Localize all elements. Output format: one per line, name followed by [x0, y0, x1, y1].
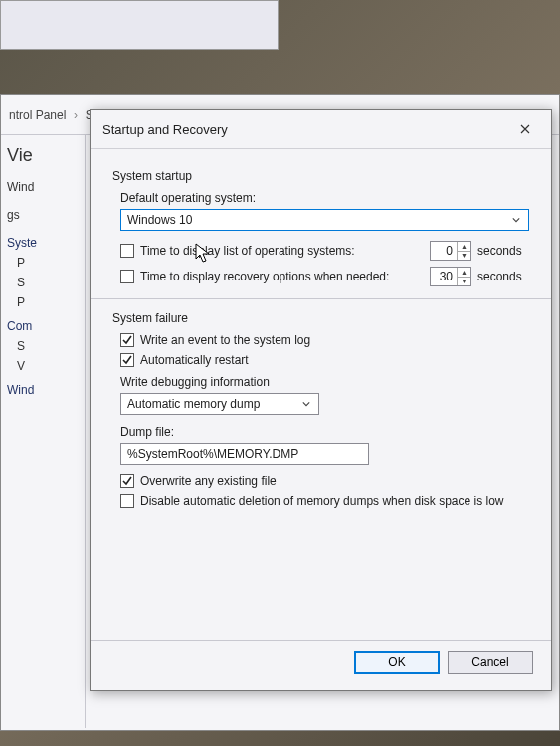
section-header: Syste [7, 236, 79, 250]
dialog-button-row: OK Cancel [91, 640, 551, 690]
section-item[interactable]: P [17, 295, 69, 309]
display-recovery-checkbox[interactable] [120, 270, 134, 283]
overwrite-checkbox[interactable] [120, 474, 134, 488]
chevron-down-icon [298, 396, 314, 412]
overwrite-label: Overwrite any existing file [140, 474, 529, 488]
seconds-label: seconds [477, 270, 529, 283]
background-window-fragment [0, 0, 279, 50]
debug-info-dropdown[interactable]: Automatic memory dump [120, 393, 319, 415]
default-os-label: Default operating system: [120, 191, 529, 205]
section-item[interactable]: S [17, 339, 69, 353]
section-item[interactable]: P [17, 256, 69, 270]
control-panel-sidebar: Vie Wind gs Syste P S P Com S V Wind [1, 135, 86, 728]
dialog-title: Startup and Recovery [102, 122, 228, 137]
sidebar-item[interactable]: Wind [7, 180, 79, 194]
display-recovery-seconds-spinner[interactable]: 30 ▲ ▼ [430, 267, 471, 286]
section-item[interactable]: V [17, 359, 69, 373]
startup-and-recovery-dialog: Startup and Recovery System startup Defa… [90, 109, 552, 691]
write-event-checkbox[interactable] [120, 333, 134, 347]
close-icon [520, 124, 530, 134]
display-list-value: 0 [431, 242, 457, 260]
close-button[interactable] [511, 118, 539, 140]
section-item[interactable]: S [17, 276, 69, 289]
write-debug-label: Write debugging information [120, 375, 529, 389]
spinner-up-icon[interactable]: ▲ [458, 268, 470, 278]
spinner-down-icon[interactable]: ▼ [458, 278, 470, 286]
ok-button-label: OK [388, 655, 405, 669]
page-title: Vie [7, 145, 79, 166]
dump-file-input[interactable]: %SystemRoot%\MEMORY.DMP [120, 443, 369, 465]
cancel-button-label: Cancel [471, 655, 508, 669]
disable-auto-delete-label: Disable automatic deletion of memory dum… [140, 494, 529, 508]
display-list-seconds-spinner[interactable]: 0 ▲ ▼ [430, 241, 471, 261]
dialog-titlebar[interactable]: Startup and Recovery [91, 110, 551, 149]
disable-auto-delete-checkbox[interactable] [120, 494, 134, 508]
default-os-value: Windows 10 [127, 213, 508, 227]
display-list-label: Time to display list of operating system… [140, 244, 424, 258]
display-list-checkbox[interactable] [120, 244, 134, 258]
seconds-label: seconds [477, 244, 529, 258]
auto-restart-label: Automatically restart [140, 353, 529, 367]
sidebar-item[interactable]: gs [7, 208, 79, 222]
dump-file-label: Dump file: [120, 425, 529, 439]
default-os-dropdown[interactable]: Windows 10 [120, 209, 529, 231]
breadcrumb-parent[interactable]: ntrol Panel [9, 108, 66, 122]
debug-info-value: Automatic memory dump [127, 397, 298, 411]
system-failure-header: System failure [112, 311, 529, 325]
chevron-down-icon [508, 212, 524, 228]
ok-button[interactable]: OK [354, 651, 440, 674]
system-startup-header: System startup [112, 169, 529, 183]
spinner-up-icon[interactable]: ▲ [458, 242, 470, 252]
section-header: Com [7, 319, 79, 333]
display-recovery-label: Time to display recovery options when ne… [140, 270, 424, 283]
chevron-right-icon: › [74, 108, 78, 122]
section-header: Wind [7, 383, 79, 397]
spinner-down-icon[interactable]: ▼ [458, 252, 470, 261]
write-event-label: Write an event to the system log [140, 333, 529, 347]
dump-file-value: %SystemRoot%\MEMORY.DMP [127, 447, 298, 461]
auto-restart-checkbox[interactable] [120, 353, 134, 367]
cancel-button[interactable]: Cancel [448, 651, 533, 674]
display-recovery-value: 30 [431, 268, 457, 285]
